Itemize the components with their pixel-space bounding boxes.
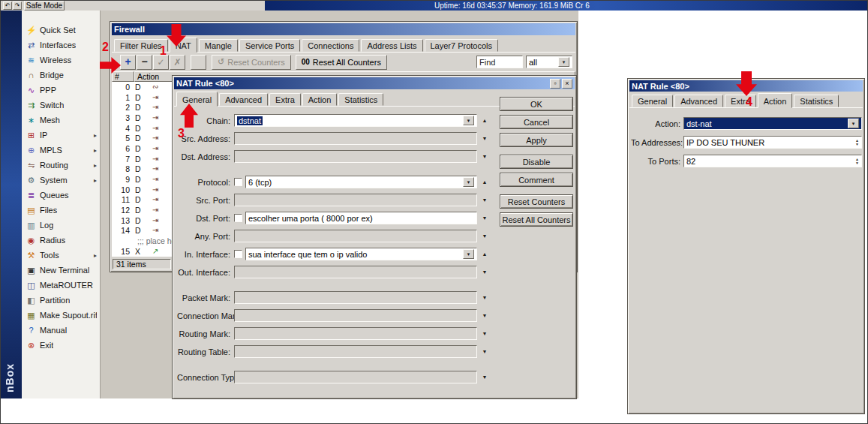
firewall-tab-address-lists[interactable]: Address Lists	[361, 39, 422, 52]
ok-button[interactable]: OK	[500, 97, 573, 111]
sidebar-item-ip[interactable]: ⊞IP▸	[22, 128, 100, 143]
sidebar-item-quick-set[interactable]: ⚡Quick Set	[22, 23, 100, 38]
checkbox[interactable]	[234, 250, 242, 258]
field-row-connection-type: Connection Type:▼	[177, 371, 492, 383]
safe-mode-button[interactable]: Safe Mode	[24, 1, 65, 11]
combo-arrow-icon[interactable]: ▼	[463, 249, 474, 259]
spinner-icon[interactable]: ▲▼	[855, 158, 859, 165]
sidebar-item-mesh[interactable]: ∗Mesh	[22, 113, 100, 128]
column-header-number[interactable]: #	[112, 71, 134, 82]
filter-button[interactable]	[191, 55, 206, 70]
nat-rule2-tab-action[interactable]: Action	[758, 93, 793, 108]
field-dst-port[interactable]: escolher uma porta ( 8000 por ex)	[245, 212, 477, 224]
field-to-ports[interactable]: 82▲▼	[683, 155, 862, 167]
sidebar-item-label: System	[40, 176, 68, 185]
sidebar-item-exit[interactable]: ⊗Exit	[22, 338, 100, 353]
toggle-down-icon[interactable]: ▼	[477, 313, 492, 318]
sidebar-item-bridge[interactable]: ∩Bridge	[22, 68, 100, 83]
redo-button[interactable]: ↷	[13, 2, 22, 10]
reset-counters-button[interactable]: ↺ Reset Counters	[212, 55, 291, 70]
field-action[interactable]: dst-nat▼	[683, 117, 862, 130]
toggle-up-icon[interactable]: ▲	[477, 179, 492, 185]
checkbox[interactable]	[234, 214, 242, 222]
comment-button[interactable]: Comment	[500, 173, 573, 187]
nat-rule2-tab-advanced[interactable]: Advanced	[674, 95, 723, 107]
combo-arrow-icon[interactable]: ▼	[848, 119, 859, 128]
spinner-icon[interactable]: ▲▼	[855, 139, 859, 146]
nat-rule-tab-general[interactable]: General	[176, 92, 218, 107]
rule-flag: D	[131, 185, 142, 194]
toggle-down-icon[interactable]: ▼	[477, 154, 492, 159]
nat-rule2-tab-general[interactable]: General	[632, 95, 673, 107]
sidebar-item-make-supout-rif[interactable]: ▦Make Supout.rif	[22, 308, 100, 323]
sidebar-item-manual[interactable]: ?Manual	[22, 323, 100, 338]
sidebar-item-partition[interactable]: ◧Partition	[22, 293, 100, 308]
sidebar-item-metarouter[interactable]: ◫MetaROUTER	[22, 278, 100, 293]
disable-button[interactable]: ✗	[170, 55, 185, 70]
sidebar-item-ppp[interactable]: ∿PPP	[22, 83, 100, 98]
reset-counters-button[interactable]: Reset Counters	[500, 194, 573, 209]
sidebar-item-files[interactable]: ▤Files	[22, 203, 100, 218]
firewall-tab-mangle[interactable]: Mangle	[199, 39, 238, 52]
reset-all-counters-button[interactable]: 00 Reset All Counters	[296, 55, 387, 70]
sidebar-item-new-terminal[interactable]: ▣New Terminal	[22, 263, 100, 278]
toggle-down-icon[interactable]: ▼	[477, 269, 492, 275]
field-protocol[interactable]: 6 (tcp)▼	[245, 176, 477, 188]
field-value: IP DO SEU THUNER	[686, 138, 764, 147]
toggle-down-icon[interactable]: ▼	[477, 374, 492, 380]
toggle-down-icon[interactable]: ▼	[477, 136, 492, 141]
nat-rule-tab-advanced[interactable]: Advanced	[219, 93, 268, 106]
detach-button[interactable]: ▫	[550, 79, 560, 89]
toggle-down-icon[interactable]: ▼	[477, 215, 492, 221]
detach-icon: ▫	[554, 80, 556, 87]
add-button[interactable]: +	[120, 55, 136, 70]
sidebar-item-tools[interactable]: ⚒Tools▸	[22, 248, 100, 263]
reset-all-counters-button[interactable]: Reset All Counters	[500, 212, 573, 227]
dst-nat-icon: ⇥	[152, 114, 158, 122]
sidebar-item-queues[interactable]: ≣Queues	[22, 188, 100, 203]
rule-flag: D	[131, 83, 142, 92]
field-label: Action:	[631, 119, 683, 128]
toggle-down-icon[interactable]: ▼	[477, 349, 492, 354]
nat-rule2-tab-statistics[interactable]: Statistics	[794, 95, 839, 107]
undo-button[interactable]: ↶	[3, 2, 12, 10]
remove-button[interactable]: −	[137, 55, 152, 70]
sidebar-item-radius[interactable]: ◉Radius	[22, 233, 100, 248]
sidebar-item-interfaces[interactable]: ⇄Interfaces	[22, 38, 100, 53]
toggle-down-icon[interactable]: ▼	[477, 331, 492, 336]
toggle-up-icon[interactable]: ▲	[477, 118, 492, 123]
nat-rule-tab-action[interactable]: Action	[302, 93, 338, 106]
field-connection-type	[234, 371, 477, 383]
firewall-titlebar[interactable]: Firewall	[112, 23, 575, 35]
find-input[interactable]	[476, 56, 523, 68]
field-in-interface[interactable]: sua interface que tem o ip valido▼	[245, 248, 477, 260]
toggle-down-icon[interactable]: ▼	[477, 233, 492, 239]
sidebar-item-system[interactable]: ⚙System▸	[22, 173, 100, 188]
firewall-tab-connections[interactable]: Connections	[302, 39, 359, 52]
nat-rule-titlebar[interactable]: NAT Rule <80> ▫ ×	[174, 77, 575, 89]
close-button[interactable]: ×	[562, 79, 572, 89]
firewall-tab-layer7-protocols[interactable]: Layer7 Protocols	[425, 39, 499, 52]
cancel-button[interactable]: Cancel	[500, 115, 573, 129]
toggle-up-icon[interactable]: ▲	[477, 251, 492, 257]
checkbox[interactable]	[234, 178, 242, 186]
combo-arrow-icon[interactable]: ▼	[463, 116, 474, 125]
apply-button[interactable]: Apply	[500, 133, 573, 147]
sidebar-item-routing[interactable]: ⇋Routing▸	[22, 158, 100, 173]
sidebar-item-switch[interactable]: ⇉Switch	[22, 98, 100, 113]
combo-arrow-icon[interactable]: ▼	[463, 177, 474, 187]
disable-button[interactable]: Disable	[500, 155, 573, 169]
sidebar-item-wireless[interactable]: ≋Wireless	[22, 53, 100, 68]
field-to-addresses[interactable]: IP DO SEU THUNER▲▼	[683, 136, 862, 149]
sidebar-item-mpls[interactable]: ⊕MPLS▸	[22, 143, 100, 158]
nat-rule-tab-statistics[interactable]: Statistics	[338, 93, 383, 106]
toggle-down-icon[interactable]: ▼	[477, 197, 492, 203]
toggle-down-icon[interactable]: ▼	[477, 295, 492, 300]
exit-icon: ⊗	[26, 341, 37, 350]
sidebar-item-log[interactable]: ▥Log	[22, 218, 100, 233]
nat-rule-tab-extra[interactable]: Extra	[269, 93, 301, 106]
field-label: In. Interface:	[177, 250, 234, 259]
field-chain[interactable]: dstnat▼	[234, 114, 477, 127]
firewall-tab-service-ports[interactable]: Service Ports	[239, 39, 300, 52]
scope-select[interactable]: all ▼	[526, 56, 572, 68]
